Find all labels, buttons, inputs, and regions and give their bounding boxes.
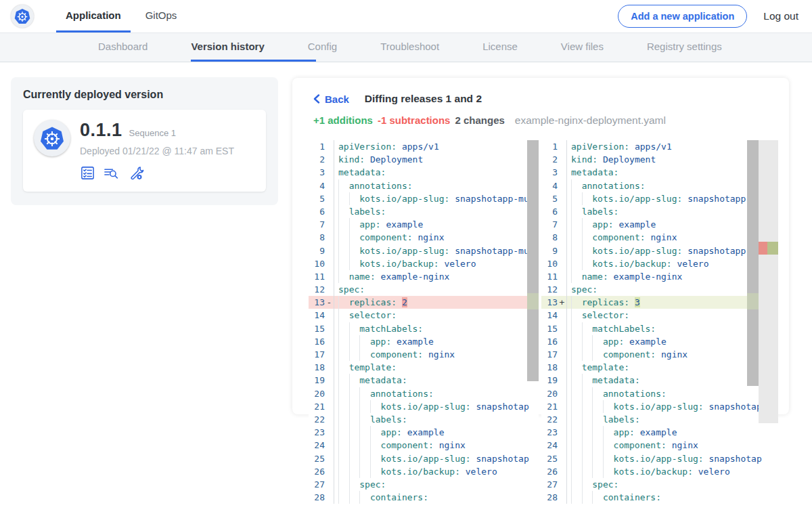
diff-change-marker — [325, 153, 334, 166]
diff-change-marker — [558, 218, 566, 231]
code-line: 21kots.io/app-slug: snapshotap — [541, 400, 778, 413]
tab-license[interactable]: License — [482, 33, 518, 62]
diff-overview-ruler — [759, 140, 778, 423]
diff-change-marker — [325, 270, 334, 283]
diff-change-marker — [558, 465, 566, 478]
line-number: 16 — [541, 335, 558, 348]
diff-pane-original[interactable]: 1apiVersion: apps/v12kind: Deployment3me… — [309, 140, 539, 504]
line-number: 9 — [541, 244, 558, 257]
code-line: 6labels: — [541, 205, 778, 218]
line-number: 20 — [541, 387, 558, 400]
code-line: 3metadata: — [309, 166, 539, 179]
sequence-label: Sequence 1 — [129, 128, 176, 138]
line-number: 15 — [309, 322, 325, 335]
code-line: 26kots.io/backup: velero — [541, 465, 778, 478]
diff-change-marker — [325, 439, 334, 452]
nav-tab-gitops[interactable]: GitOps — [136, 0, 187, 32]
code-line: 2kind: Deployment — [309, 153, 539, 166]
code-line: 26kots.io/backup: velero — [309, 465, 539, 478]
line-number: 2 — [309, 153, 325, 166]
code-line: 16app: example — [541, 335, 778, 348]
checklist-icon[interactable] — [80, 165, 95, 181]
line-number: 18 — [541, 361, 558, 374]
code-line: 21kots.io/app-slug: snapshotap — [309, 400, 539, 413]
diff-pane-modified[interactable]: 1apiVersion: apps/v12kind: Deployment3me… — [541, 140, 778, 504]
code-line: 20annotations: — [541, 387, 778, 400]
deployed-version-card: 0.1.1 Sequence 1 Deployed 01/21/22 @ 11:… — [23, 110, 266, 192]
kubernetes-icon — [13, 7, 32, 26]
code-line: 18template: — [309, 361, 539, 374]
back-label: Back — [325, 93, 349, 105]
additions-count: +1 additions — [313, 114, 373, 126]
diff-change-marker — [325, 348, 334, 361]
line-number: 1 — [309, 140, 325, 153]
changes-count: 2 changes — [455, 114, 504, 126]
scrollbar-thumb[interactable] — [527, 140, 539, 381]
code-line: 10kots.io/backup: velero — [309, 257, 539, 270]
code-line: 11name: example-nginx — [541, 270, 778, 283]
release-notes-search-icon[interactable] — [103, 165, 120, 181]
line-number: 5 — [309, 192, 325, 205]
diff-change-marker — [325, 426, 334, 439]
code-line: 1apiVersion: apps/v1 — [541, 140, 778, 153]
back-button[interactable]: Back — [313, 93, 349, 105]
diff-change-marker: - — [325, 296, 334, 309]
line-number: 28 — [309, 491, 325, 504]
line-number: 3 — [309, 166, 325, 179]
diff-change-marker — [558, 179, 566, 192]
diff-change-marker — [325, 231, 334, 244]
line-number: 7 — [309, 218, 325, 231]
app-version-badge — [34, 120, 70, 156]
line-number: 14 — [309, 309, 325, 322]
line-number: 21 — [309, 400, 325, 413]
code-line: 14selector: — [541, 309, 778, 322]
line-number: 20 — [309, 387, 325, 400]
tab-dashboard[interactable]: Dashboard — [98, 33, 148, 62]
diff-change-marker — [325, 374, 334, 387]
line-number: 17 — [309, 348, 325, 361]
ruler-deletion-marker — [759, 242, 767, 255]
scrollbar-thumb[interactable] — [747, 140, 759, 386]
wrench-gear-icon[interactable] — [127, 165, 144, 181]
tab-registry-settings[interactable]: Registry settings — [647, 33, 722, 62]
diff-change-marker — [558, 205, 566, 218]
code-modified: 1apiVersion: apps/v12kind: Deployment3me… — [541, 140, 778, 504]
scrollbar-diff-segment — [527, 293, 539, 309]
add-application-button[interactable]: Add a new application — [618, 5, 747, 28]
diff-change-marker: + — [558, 296, 566, 309]
tab-troubleshoot[interactable]: Troubleshoot — [380, 33, 439, 62]
code-line: 10kots.io/backup: velero — [541, 257, 778, 270]
diff-change-marker — [558, 478, 566, 491]
diff-change-marker — [558, 374, 566, 387]
diff-change-marker — [325, 257, 334, 270]
line-number: 6 — [309, 205, 325, 218]
nav-tab-application[interactable]: Application — [56, 0, 131, 32]
code-line: 4annotations: — [309, 179, 539, 192]
diff-change-marker — [558, 231, 566, 244]
code-line: 2kind: Deployment — [541, 153, 778, 166]
diff-change-marker — [325, 452, 334, 465]
code-line: 13-replicas: 2 — [309, 296, 539, 309]
code-line: 24component: nginx — [309, 439, 539, 452]
code-line: 28containers: — [541, 491, 778, 504]
line-number: 25 — [309, 452, 325, 465]
app-subnav: Dashboard Version history Config Trouble… — [0, 32, 812, 62]
line-number: 12 — [309, 283, 325, 296]
tab-config[interactable]: Config — [308, 33, 337, 62]
code-line: 9kots.io/app-slug: snapshotapp-mu — [309, 244, 539, 257]
logout-link[interactable]: Log out — [763, 10, 798, 22]
line-number: 13 — [541, 296, 558, 309]
code-line: 17component: nginx — [309, 348, 539, 361]
app-logo — [11, 5, 34, 28]
diff-change-marker — [558, 192, 566, 205]
tab-version-history[interactable]: Version history — [191, 33, 315, 62]
diff-change-marker — [325, 387, 334, 400]
code-line: 12spec: — [541, 283, 778, 296]
code-line: 19metadata: — [309, 374, 539, 387]
diff-change-marker — [325, 218, 334, 231]
line-number: 17 — [541, 348, 558, 361]
tab-view-files[interactable]: View files — [561, 33, 604, 62]
diff-change-marker — [558, 348, 566, 361]
diff-change-marker — [325, 322, 334, 335]
diff-change-marker — [325, 465, 334, 478]
